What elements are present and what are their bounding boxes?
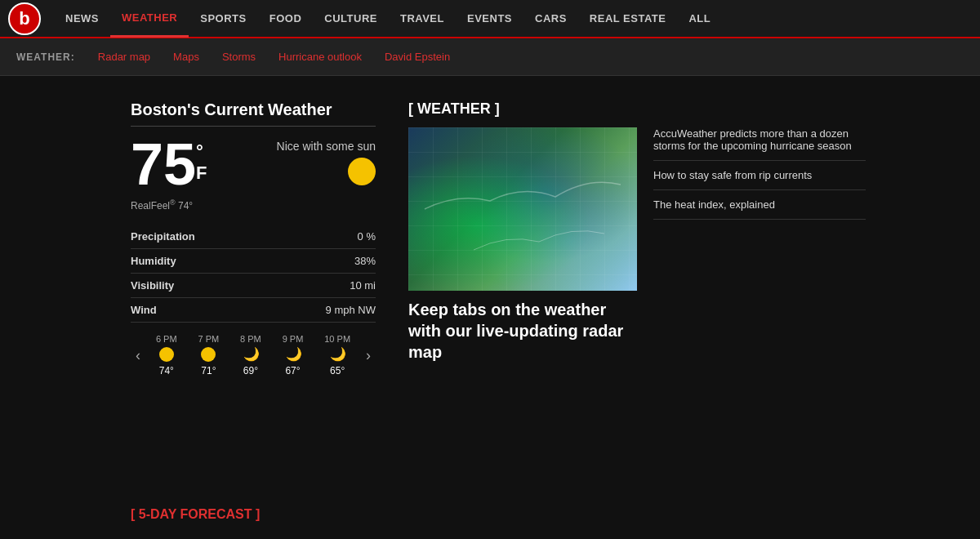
stat-label: Humidity	[131, 255, 176, 267]
current-weather-panel: Boston's Current Weather 75 °F Nice with…	[131, 100, 376, 523]
weather-feature-panel: [ WEATHER ] Keep tabs on the weather wit…	[408, 100, 882, 523]
secondary-nav-item-maps[interactable]: Maps	[162, 38, 211, 76]
secondary-nav-item-david-epstein[interactable]: David Epstein	[373, 38, 461, 76]
stat-row: Visibility10 mi	[131, 274, 376, 298]
secondary-navigation: WEATHER: Radar mapMapsStormsHurricane ou…	[0, 38, 980, 76]
condition-text: Nice with some sun	[277, 140, 376, 153]
radar-card: Keep tabs on the weather with our live-u…	[408, 127, 637, 376]
nav-item-news[interactable]: NEWS	[54, 0, 110, 38]
stat-value: 38%	[354, 255, 376, 267]
stat-label: Precipitation	[131, 230, 195, 243]
moon-icon: 🌙	[243, 347, 258, 362]
stat-value: 10 mi	[350, 279, 376, 292]
stat-row: Wind9 mph NW	[131, 298, 376, 323]
current-weather-title: Boston's Current Weather	[131, 100, 376, 127]
radar-map-image[interactable]	[408, 127, 637, 291]
secondary-nav-item-storms[interactable]: Storms	[211, 38, 267, 76]
nav-item-travel[interactable]: TRAVEL	[389, 0, 456, 38]
stat-row: Precipitation0 %	[131, 225, 376, 249]
nav-items-container: NEWSWEATHERSPORTSFOODCULTURETRAVELEVENTS…	[54, 0, 722, 38]
temperature-display: 75 °F	[131, 135, 207, 194]
stat-label: Visibility	[131, 279, 174, 292]
hourly-time: 10 PM	[324, 334, 350, 344]
realfeel: RealFeel® 74°	[131, 198, 376, 212]
hourly-item: 10 PM 🌙 65°	[324, 334, 350, 376]
secondary-nav-label: WEATHER:	[16, 51, 75, 63]
sun-icon	[348, 158, 376, 185]
weather-stats: Precipitation0 %Humidity38%Visibility10 …	[131, 225, 376, 323]
moon-icon: 🌙	[330, 347, 345, 362]
radar-card-title: Keep tabs on the weather with our live-u…	[408, 299, 637, 363]
weather-section-header: [ WEATHER ]	[408, 100, 882, 118]
secondary-nav-item-radar-map[interactable]: Radar map	[87, 38, 162, 76]
stat-label: Wind	[131, 304, 157, 316]
sun-icon	[159, 347, 174, 362]
hourly-temp: 67°	[285, 365, 300, 376]
article-item-article-3[interactable]: The heat index, explained	[653, 190, 866, 220]
hourly-time: 9 PM	[283, 334, 304, 344]
nav-item-cars[interactable]: CARS	[523, 0, 578, 38]
hourly-temp: 74°	[159, 365, 174, 376]
hourly-temp: 69°	[243, 365, 258, 376]
nav-item-events[interactable]: EVENTS	[456, 0, 523, 38]
hourly-items-container: 6 PM 74° 7 PM 71° 8 PM 🌙 69° 9 PM 🌙 67° …	[145, 334, 361, 376]
article-item-article-2[interactable]: How to stay safe from rip currents	[653, 161, 866, 190]
nav-item-sports[interactable]: SPORTS	[189, 0, 257, 38]
main-content: Boston's Current Weather 75 °F Nice with…	[0, 76, 980, 539]
forecast-header: [ 5-DAY FORECAST ]	[131, 507, 260, 522]
article-item-article-1[interactable]: AccuWeather predicts more than a dozen s…	[653, 127, 866, 161]
moon-icon: 🌙	[286, 347, 301, 362]
nav-item-weather[interactable]: WEATHER	[110, 0, 189, 38]
temperature-unit: °F	[196, 141, 207, 184]
hourly-forecast: ‹ 6 PM 74° 7 PM 71° 8 PM 🌙 69° 9 PM 🌙 67…	[131, 334, 376, 376]
articles-panel: AccuWeather predicts more than a dozen s…	[653, 127, 866, 376]
top-navigation: b NEWSWEATHERSPORTSFOODCULTURETRAVELEVEN…	[0, 0, 980, 38]
hourly-time: 8 PM	[240, 334, 261, 344]
hourly-item: 7 PM 71°	[198, 334, 220, 376]
hourly-time: 6 PM	[156, 334, 177, 344]
stat-value: 9 mph NW	[326, 304, 376, 316]
hourly-temp: 65°	[330, 365, 345, 376]
hourly-item: 8 PM 🌙 69°	[240, 334, 261, 376]
nav-item-food[interactable]: FOOD	[258, 0, 314, 38]
sun-icon	[201, 347, 216, 362]
hourly-item: 6 PM 74°	[156, 334, 177, 376]
temperature-value: 75	[131, 135, 196, 194]
forecast-section: [ 5-DAY FORECAST ]	[0, 490, 980, 539]
nav-item-real-estate[interactable]: REAL ESTATE	[578, 0, 678, 38]
weather-card-row: Keep tabs on the weather with our live-u…	[408, 127, 882, 376]
stat-value: 0 %	[358, 230, 376, 243]
nav-item-culture[interactable]: CULTURE	[313, 0, 389, 38]
temperature-row: 75 °F Nice with some sun	[131, 135, 376, 194]
radar-map-svg	[408, 127, 637, 291]
site-logo[interactable]: b	[8, 2, 41, 35]
hourly-prev-button[interactable]: ‹	[131, 347, 145, 364]
hourly-next-button[interactable]: ›	[361, 347, 376, 364]
hourly-item: 9 PM 🌙 67°	[283, 334, 304, 376]
nav-item-all[interactable]: ALL	[677, 0, 722, 38]
stat-row: Humidity38%	[131, 249, 376, 274]
hourly-temp: 71°	[201, 365, 216, 376]
hourly-time: 7 PM	[198, 334, 220, 344]
secondary-nav-item-hurricane-outlook[interactable]: Hurricane outlook	[267, 38, 373, 76]
condition-column: Nice with some sun	[277, 135, 376, 185]
